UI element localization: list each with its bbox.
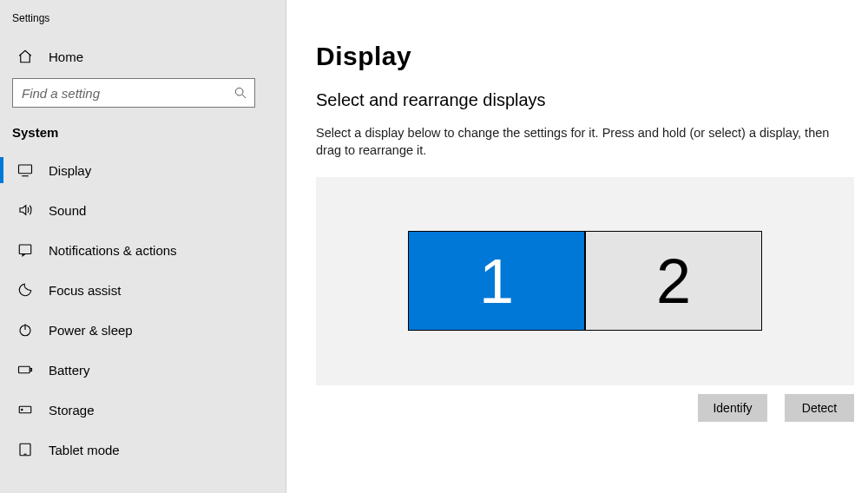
svg-rect-8	[30, 369, 32, 371]
sidebar-item-tablet-mode[interactable]: Tablet mode	[0, 430, 286, 470]
sidebar-item-display[interactable]: Display	[0, 150, 286, 190]
sidebar-section-label: System	[0, 120, 286, 150]
sidebar-item-label: Power & sleep	[49, 323, 133, 338]
sidebar-item-storage[interactable]: Storage	[0, 390, 286, 430]
display-arrange-area[interactable]: 1 2	[316, 177, 854, 385]
sidebar-item-label: Storage	[49, 403, 95, 417]
sidebar-home[interactable]: Home	[0, 40, 286, 73]
sidebar: Settings Home System Displa	[0, 0, 286, 493]
sidebar-item-focus-assist[interactable]: Focus assist	[0, 270, 286, 310]
notifications-icon	[17, 242, 33, 258]
home-icon	[17, 49, 33, 64]
svg-rect-7	[19, 366, 30, 373]
search-wrap	[0, 73, 286, 120]
sidebar-item-label: Focus assist	[49, 283, 121, 298]
identify-button[interactable]: Identify	[698, 394, 767, 422]
section-description: Select a display below to change the set…	[316, 124, 838, 160]
sidebar-item-label: Notifications & actions	[49, 243, 177, 258]
svg-line-1	[242, 95, 246, 98]
sidebar-item-label: Tablet mode	[49, 443, 120, 457]
battery-icon	[17, 362, 33, 378]
svg-point-10	[22, 409, 23, 411]
sidebar-item-notifications[interactable]: Notifications & actions	[0, 230, 286, 270]
svg-rect-4	[19, 245, 31, 254]
sidebar-item-power-sleep[interactable]: Power & sleep	[0, 310, 286, 350]
sidebar-item-battery[interactable]: Battery	[0, 350, 286, 390]
display-icon	[17, 162, 33, 178]
detect-button[interactable]: Detect	[785, 394, 854, 422]
section-heading: Select and rearrange displays	[316, 90, 838, 110]
page-title: Display	[316, 42, 838, 71]
sound-icon	[17, 202, 33, 218]
storage-icon	[17, 402, 33, 417]
sidebar-item-label: Battery	[49, 363, 90, 378]
tablet-icon	[17, 442, 33, 457]
sidebar-item-label: Display	[49, 163, 91, 178]
home-label: Home	[49, 49, 83, 64]
svg-point-0	[235, 88, 243, 95]
search-box[interactable]	[12, 78, 255, 108]
main-content: Display Select and rearrange displays Se…	[286, 0, 868, 493]
monitor-1[interactable]: 1	[408, 231, 585, 331]
nav-list: Display Sound Notifications & actions	[0, 150, 286, 470]
sidebar-item-label: Sound	[49, 203, 86, 218]
sidebar-item-sound[interactable]: Sound	[0, 190, 286, 230]
display-button-row: Identify Detect	[316, 394, 854, 422]
power-icon	[17, 322, 33, 338]
monitor-2[interactable]: 2	[585, 231, 762, 331]
svg-rect-2	[19, 165, 32, 174]
search-icon	[233, 86, 247, 100]
focus-assist-icon	[17, 282, 33, 298]
search-input[interactable]	[13, 79, 254, 107]
window-title: Settings	[0, 9, 286, 40]
